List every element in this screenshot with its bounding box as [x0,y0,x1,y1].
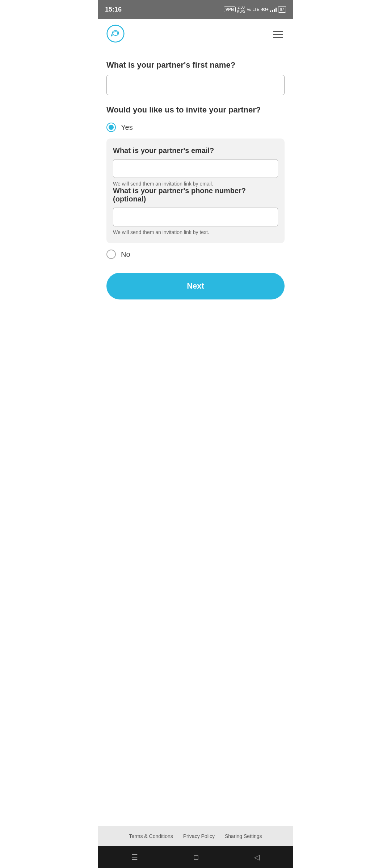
yes-radio-button[interactable] [106,123,116,132]
next-button[interactable]: Next [106,273,285,299]
status-icons: VPN 2.00 KB/S Vo LTE 4G+ 67 [224,5,286,13]
main-content: What is your partner's first name? Would… [98,50,293,826]
vpn-badge: VPN [224,7,236,12]
hamburger-menu-button[interactable] [272,30,285,39]
bottom-nav-back-icon[interactable]: ◁ [254,853,260,861]
email-helper-text: We will send them an invitation link by … [113,181,278,187]
bottom-nav-home-icon[interactable]: □ [194,853,198,861]
partner-email-input[interactable] [113,159,278,178]
nav-bar [98,19,293,50]
partner-name-label: What is your partner's first name? [106,60,285,70]
terms-conditions-link[interactable]: Terms & Conditions [129,833,173,839]
sharing-settings-link[interactable]: Sharing Settings [225,833,262,839]
partner-email-label: What is your partner's email? [113,146,278,155]
footer: Terms & Conditions Privacy Policy Sharin… [98,826,293,846]
partner-phone-label: What is your partner's phone number? (op… [113,187,278,203]
bottom-nav-bar: ☰ □ ◁ [98,846,293,868]
no-radio-button[interactable] [106,250,116,259]
hamburger-line-1 [273,31,283,32]
status-time: 15:16 [105,6,122,13]
signal-bars-icon [270,7,277,12]
invite-section: Would you like us to invite your partner… [106,105,285,259]
hamburger-line-3 [273,37,283,38]
partner-name-input[interactable] [106,75,285,95]
volte-indicator: Vo LTE [247,7,259,12]
no-radio-option[interactable]: No [106,250,285,259]
partner-phone-input[interactable] [113,208,278,226]
privacy-policy-link[interactable]: Privacy Policy [183,833,215,839]
invite-question-label: Would you like us to invite your partner… [106,105,285,115]
yes-radio-option[interactable]: Yes [106,123,285,132]
email-section: What is your partner's email? We will se… [113,146,278,187]
hamburger-line-2 [273,34,283,35]
phone-helper-text: We will send them an invitation link by … [113,229,278,235]
partner-name-section: What is your partner's first name? [106,60,285,105]
svg-point-0 [107,25,124,42]
network-indicator: 4G+ [261,7,269,12]
bottom-nav-menu-icon[interactable]: ☰ [131,853,138,861]
phone-section: What is your partner's phone number? (op… [113,187,278,235]
yes-radio-label: Yes [121,123,133,132]
status-bar: 15:16 VPN 2.00 KB/S Vo LTE 4G+ 67 [98,0,293,19]
invite-panel: What is your partner's email? We will se… [106,139,285,243]
app-logo [106,25,125,44]
no-radio-label: No [121,250,130,259]
data-speed: 2.00 KB/S [237,5,245,13]
battery-icon: 67 [278,6,286,13]
